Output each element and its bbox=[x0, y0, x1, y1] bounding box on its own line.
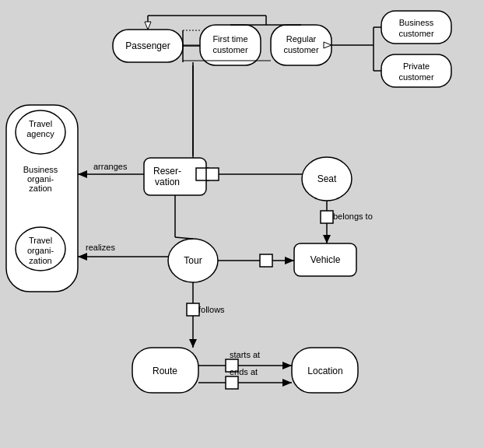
svg-rect-45 bbox=[260, 254, 272, 267]
svg-rect-48 bbox=[187, 303, 199, 316]
reservation-label2: vation bbox=[155, 177, 180, 187]
travel-org-label: Travel bbox=[29, 236, 52, 245]
seat-label: Seat bbox=[317, 173, 337, 184]
travel-agency-label: Travel bbox=[29, 119, 52, 128]
follows-label: follows bbox=[198, 305, 225, 314]
first-time-label2: customer bbox=[212, 45, 248, 54]
business-org-label: Business bbox=[23, 165, 58, 174]
svg-rect-38 bbox=[206, 168, 219, 180]
passenger-label: Passenger bbox=[125, 40, 170, 51]
tour-label: Tour bbox=[184, 255, 202, 266]
location-label: Location bbox=[307, 366, 342, 376]
travel-org-label2: organi- bbox=[27, 246, 54, 255]
svg-rect-54 bbox=[226, 376, 238, 389]
starts-at-label: starts at bbox=[230, 350, 260, 359]
route-label: Route bbox=[153, 366, 177, 376]
svg-rect-4 bbox=[381, 11, 451, 44]
business-label: Business bbox=[399, 18, 434, 27]
regular-label: Regular bbox=[286, 34, 317, 44]
svg-rect-41 bbox=[321, 211, 333, 223]
travel-agency-label2: agency bbox=[26, 129, 54, 138]
arranges-label: arranges bbox=[93, 162, 128, 171]
regular-label2: customer bbox=[283, 45, 319, 54]
business-org-label3: zation bbox=[29, 184, 51, 193]
private-label2: customer bbox=[398, 72, 434, 82]
reservation-label: Reser- bbox=[153, 166, 181, 177]
vehicle-label: Vehicle bbox=[310, 254, 341, 265]
diagram-container: Passenger First time customer Regular cu… bbox=[0, 0, 484, 448]
business-org-label2: organi- bbox=[27, 174, 54, 184]
first-time-label: First time bbox=[212, 34, 247, 44]
business-label2: customer bbox=[398, 29, 434, 38]
ends-at-label: ends at bbox=[230, 367, 258, 376]
svg-rect-5 bbox=[381, 54, 451, 87]
belongs-to-label: belongs to bbox=[333, 212, 373, 221]
travel-org-label3: zation bbox=[29, 256, 51, 265]
realizes-label: realizes bbox=[86, 243, 115, 252]
private-label: Private bbox=[403, 61, 430, 71]
